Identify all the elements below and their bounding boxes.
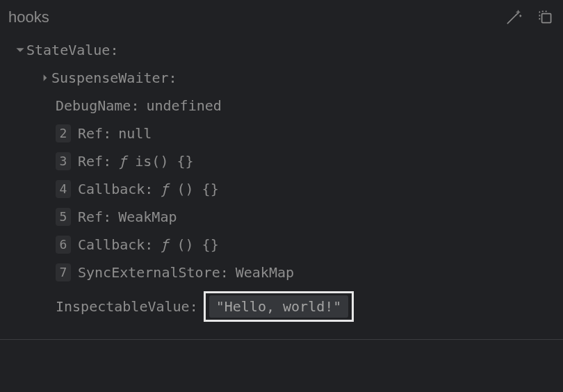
tree-node-callback-4[interactable]: 4 Callback: ƒ () {} xyxy=(0,175,563,203)
panel-header: hooks xyxy=(0,0,563,33)
node-label: StateValue: xyxy=(26,41,118,59)
node-value: WeakMap xyxy=(118,208,177,226)
node-label: InspectableValue: xyxy=(56,297,198,316)
node-label: Ref: xyxy=(78,208,111,226)
inspect-icon[interactable] xyxy=(537,8,555,26)
hook-index-badge: 7 xyxy=(56,263,71,281)
node-label: SyncExternalStore: xyxy=(78,263,229,281)
tree-node-ref-2[interactable]: 2 Ref: null xyxy=(0,120,563,147)
hook-index-badge: 6 xyxy=(56,236,71,254)
node-label: Callback: xyxy=(78,236,153,254)
hooks-tree: StateValue: SuspenseWaiter: DebugName: u… xyxy=(0,33,563,335)
hook-index-badge: 3 xyxy=(56,152,71,170)
tree-node-suspensewaiter[interactable]: SuspenseWaiter: xyxy=(0,64,563,92)
node-value[interactable]: "Hello, world!" xyxy=(209,295,349,318)
hook-index-badge: 2 xyxy=(56,124,71,142)
hooks-panel: hooks StateValue: xyxy=(0,0,563,340)
node-value: null xyxy=(118,124,152,142)
node-label: Callback: xyxy=(78,180,153,198)
tree-node-debugname[interactable]: DebugName: undefined xyxy=(0,92,563,120)
tree-node-syncexternalstore[interactable]: 7 SyncExternalStore: WeakMap xyxy=(0,259,563,286)
node-value: ƒ () {} xyxy=(160,236,218,254)
hook-index-badge: 4 xyxy=(56,180,71,198)
node-value: ƒ () {} xyxy=(160,180,218,198)
node-value: undefined xyxy=(146,97,221,115)
node-value: ƒ is() {} xyxy=(118,152,193,170)
node-label: SuspenseWaiter: xyxy=(51,69,177,87)
magic-wand-icon[interactable] xyxy=(505,8,523,26)
tree-node-callback-6[interactable]: 6 Callback: ƒ () {} xyxy=(0,231,563,259)
panel-title: hooks xyxy=(8,8,49,26)
node-label: Ref: xyxy=(78,152,111,170)
header-actions xyxy=(505,8,555,26)
tree-node-statevalue[interactable]: StateValue: xyxy=(0,36,563,64)
value-highlight-box: "Hello, world!" xyxy=(204,291,354,322)
panel-divider xyxy=(0,339,563,340)
svg-rect-0 xyxy=(542,14,551,23)
node-label: Ref: xyxy=(78,124,111,142)
node-label: DebugName: xyxy=(56,97,139,115)
hook-index-badge: 5 xyxy=(56,208,71,226)
chevron-down-icon[interactable] xyxy=(14,45,26,55)
tree-node-inspectablevalue[interactable]: InspectableValue: "Hello, world!" xyxy=(0,286,563,327)
node-value: WeakMap xyxy=(236,263,294,281)
tree-node-ref-5[interactable]: 5 Ref: WeakMap xyxy=(0,203,563,231)
tree-node-ref-3[interactable]: 3 Ref: ƒ is() {} xyxy=(0,147,563,175)
chevron-right-icon[interactable] xyxy=(39,74,51,82)
